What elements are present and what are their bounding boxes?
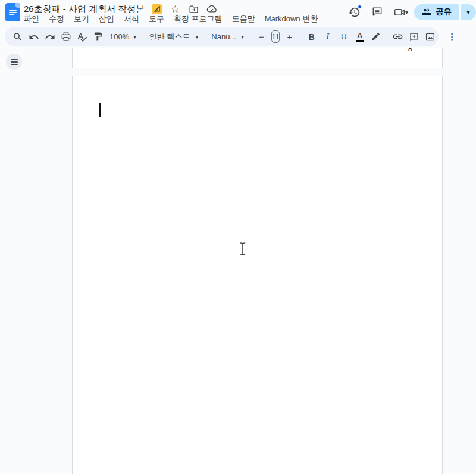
menu-help[interactable]: 도움말 <box>227 13 260 25</box>
video-camera-icon <box>393 6 406 18</box>
spellcheck-icon <box>77 32 87 42</box>
comment-icon <box>371 6 383 18</box>
caret-down-icon: ▾ <box>133 34 136 40</box>
redo-icon <box>45 32 55 42</box>
share-caret-button[interactable]: ▾ <box>461 4 476 20</box>
extension-badge-icon[interactable] <box>152 4 162 14</box>
menu-insert[interactable]: 삽입 <box>94 13 119 25</box>
font-size-input[interactable]: 11 <box>271 30 280 43</box>
show-outline-button[interactable] <box>6 54 22 70</box>
caret-down-icon: ▾ <box>196 34 199 40</box>
share-button[interactable]: 공유 <box>414 4 459 20</box>
zoom-value: 100% <box>109 32 129 41</box>
share-label: 공유 <box>436 7 452 17</box>
more-options-button[interactable]: ⋮ <box>444 29 459 44</box>
outline-icon <box>11 59 18 60</box>
comments-button[interactable] <box>369 4 385 20</box>
notification-dot <box>358 5 362 9</box>
spellcheck-button[interactable] <box>74 29 89 44</box>
text-caret <box>99 103 101 117</box>
text-color-button[interactable]: A <box>352 29 367 44</box>
menu-extensions[interactable]: 확장 프로그램 <box>169 13 227 25</box>
menu-format[interactable]: 서식 <box>119 13 144 25</box>
app-header: 26초창패 - 사업 계획서 작성본 ☆ <box>0 0 476 48</box>
print-button[interactable] <box>58 29 73 44</box>
print-icon <box>61 32 71 42</box>
undo-icon <box>29 32 39 42</box>
version-history-button[interactable] <box>347 4 362 20</box>
page-9[interactable] <box>72 76 443 474</box>
paragraph-style-value: 일반 텍스트 <box>149 32 186 42</box>
menu-view[interactable]: 보기 <box>69 13 94 25</box>
italic-button[interactable]: I <box>320 29 335 44</box>
link-icon <box>392 31 403 42</box>
ruler-icon <box>154 5 161 13</box>
bold-button[interactable]: B <box>304 29 319 44</box>
search-icon <box>12 32 23 42</box>
insert-link-button[interactable] <box>390 29 405 44</box>
paint-format-button[interactable] <box>90 29 105 44</box>
paint-roller-icon <box>93 32 103 42</box>
paragraph-style-select[interactable]: 일반 텍스트 ▾ <box>146 29 202 44</box>
search-button[interactable] <box>10 29 25 44</box>
decrease-font-size-button[interactable]: − <box>254 29 269 44</box>
underline-button[interactable]: U <box>336 29 351 44</box>
zoom-select[interactable]: 100% ▾ <box>106 29 140 44</box>
logo-fold <box>15 3 20 8</box>
menu-tools[interactable]: 도구 <box>144 13 169 25</box>
add-comment-button[interactable] <box>406 29 421 44</box>
menu-markdown-convert[interactable]: Markdown 변환 <box>260 13 323 25</box>
add-comment-icon <box>409 32 419 42</box>
font-family-value: Nanu... <box>211 32 236 41</box>
insert-image-button[interactable] <box>422 29 437 44</box>
font-family-select[interactable]: Nanu... ▾ <box>208 29 248 44</box>
document-canvas: 8 <box>0 0 476 474</box>
undo-button[interactable] <box>26 29 41 44</box>
increase-font-size-button[interactable]: + <box>282 29 297 44</box>
highlight-color-button[interactable] <box>368 29 383 44</box>
video-call-button[interactable] <box>392 4 408 20</box>
menu-edit[interactable]: 수정 <box>44 13 69 25</box>
menubar: 파일 수정 보기 삽입 서식 도구 확장 프로그램 도움말 Markdown 변… <box>19 13 322 24</box>
text-color-icon: A <box>356 32 364 42</box>
people-icon <box>421 7 431 17</box>
toolbar: 100% ▾ 일반 텍스트 ▾ Nanu... ▾ − 11 + B I U A <box>5 27 439 46</box>
google-docs-logo[interactable] <box>5 3 20 21</box>
menu-file[interactable]: 파일 <box>19 13 44 25</box>
redo-button[interactable] <box>42 29 57 44</box>
image-icon <box>425 32 436 42</box>
highlighter-icon <box>371 32 381 42</box>
caret-down-icon: ▾ <box>241 34 244 40</box>
